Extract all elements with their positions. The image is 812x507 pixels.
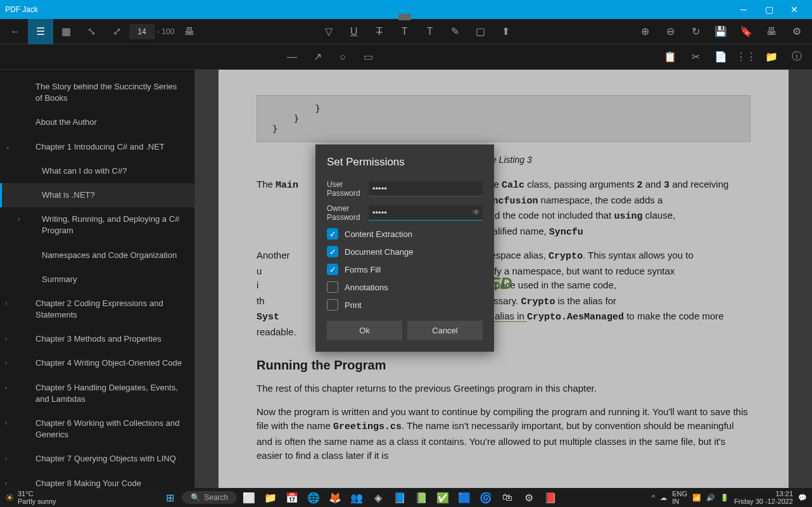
sidebar-item[interactable]: What can I do with C#? (0, 159, 194, 183)
user-password-input[interactable] (369, 181, 483, 196)
cut-button[interactable]: ✂ (683, 44, 708, 70)
print-checkbox[interactable] (327, 299, 338, 311)
print-button-2[interactable]: 🖶 (759, 19, 784, 44)
store-icon[interactable]: 🛍 (498, 489, 517, 506)
onedrive-icon[interactable]: ☁ (660, 494, 667, 502)
wifi-icon[interactable]: 📶 (692, 494, 701, 502)
note-tool[interactable]: ▢ (468, 19, 493, 44)
bookmark-button[interactable]: 🔖 (733, 19, 759, 44)
checkbox-row[interactable]: ✓Forms Fill (327, 264, 483, 275)
fit-page-button[interactable]: ⤢ (104, 19, 129, 44)
sidebar-item[interactable]: Summary (0, 267, 194, 292)
text-tool[interactable]: T (417, 19, 443, 44)
sidebar-item[interactable]: ›Chapter 5 Handling Delegates, Events, a… (0, 376, 194, 411)
page-number-input[interactable] (129, 24, 155, 39)
circle-tool[interactable]: ○ (330, 44, 355, 70)
todo-icon[interactable]: ✅ (433, 489, 452, 506)
maximize-button[interactable]: ▢ (756, 0, 782, 19)
save-button[interactable]: 💾 (708, 19, 733, 44)
fit-width-button[interactable]: ⤡ (79, 19, 104, 44)
battery-icon[interactable]: 🔋 (720, 494, 729, 502)
settings-icon[interactable]: ⚙ (519, 489, 538, 506)
forms-fill-checkbox[interactable]: ✓ (327, 264, 338, 275)
clock[interactable]: 13:21 Friday 30 -12-2022 (734, 490, 793, 505)
ink-tool[interactable]: ✎ (443, 19, 468, 44)
toolbar-main: ← ☰ ▦ ⤡ ⤢ - 100 🖶 ▽ U T̶ T T ✎ ▢ ⬆ ⊕ ⊖ ↻… (0, 19, 812, 44)
chrome-icon[interactable]: 🌐 (304, 489, 323, 506)
edge-icon[interactable]: 🌀 (476, 489, 495, 506)
search-box[interactable]: 🔍Search (182, 491, 237, 504)
info-button[interactable]: ⓘ (784, 44, 809, 70)
sidebar-item[interactable]: Namespaces and Code Organization (0, 243, 194, 267)
checkbox-row[interactable]: Print (327, 299, 483, 311)
arrow-tool[interactable]: ↗ (305, 44, 330, 70)
explorer-icon[interactable]: 📁 (261, 489, 280, 506)
checkbox-row[interactable]: Annotations (327, 281, 483, 293)
line-tool[interactable]: — (279, 44, 305, 70)
firefox-icon[interactable]: 🦊 (326, 489, 345, 506)
system-tray[interactable]: ^ ☁ ENGIN 📶 🔊 🔋 13:21 Friday 30 -12-2022… (652, 490, 807, 505)
more-button[interactable]: ⋮⋮ (733, 44, 759, 70)
cancel-button[interactable]: Cancel (407, 321, 483, 340)
sidebar-item[interactable]: ›Chapter 3 Methods and Properties (0, 327, 194, 351)
notifications-icon[interactable]: 💬 (798, 494, 807, 502)
content-extraction-checkbox[interactable]: ✓ (327, 228, 338, 240)
sidebar-item[interactable]: ⌄Chapter 1 Introducing C# and .NET (0, 135, 194, 159)
chevron-right-icon: › (5, 479, 7, 488)
sidebar-item[interactable]: ›Chapter 6 Working with Collections and … (0, 411, 194, 447)
outline-toggle-button[interactable]: ☰ (28, 19, 53, 44)
checkbox-row[interactable]: ✓Content Extraction (327, 228, 483, 240)
taskbar: ☀ 31°C Partly sunny ⊞ 🔍Search ⬜ 📁 📅 🌐 🦊 … (0, 488, 812, 507)
stamp-tool[interactable]: ⬆ (493, 19, 519, 44)
sidebar-item[interactable]: ›Writing, Running, and Deploying a C# Pr… (0, 207, 194, 243)
sidebar-item[interactable]: ›Chapter 4 Writing Object-Oriented Code (0, 351, 194, 375)
pdf-icon[interactable]: 📕 (541, 489, 560, 506)
chevron-right-icon: › (5, 359, 7, 368)
vs-icon[interactable]: ◈ (369, 489, 388, 506)
paste-button[interactable]: 📄 (708, 44, 733, 70)
folder-button[interactable]: 📁 (759, 44, 784, 70)
chevron-up-icon[interactable]: ^ (652, 494, 655, 501)
sidebar-item[interactable]: ›Chapter 8 Making Your Code (0, 472, 194, 488)
vscode-icon[interactable]: 🟦 (455, 489, 474, 506)
eye-icon[interactable]: 👁 (473, 208, 480, 217)
minimize-button[interactable]: ─ (731, 0, 756, 19)
sidebar-item[interactable]: The Story behind the Succinctly Series o… (0, 75, 194, 110)
document-change-checkbox[interactable]: ✓ (327, 246, 338, 257)
copy-button[interactable]: 📋 (657, 44, 683, 70)
sidebar-item[interactable]: ›Chapter 7 Querying Objects with LINQ (0, 447, 194, 471)
word-icon[interactable]: 📘 (390, 489, 409, 506)
annotations-checkbox[interactable] (327, 281, 338, 293)
weather-widget[interactable]: ☀ 31°C Partly sunny (5, 490, 69, 505)
zoom-in-button[interactable]: ⊕ (632, 19, 657, 44)
search-icon: 🔍 (191, 493, 200, 502)
strikethrough-tool[interactable]: T̶ (367, 19, 392, 44)
rotate-button[interactable]: ↻ (683, 19, 708, 44)
start-button[interactable]: ⊞ (160, 489, 179, 506)
paragraph: The rest of this chapter returns to the … (257, 382, 751, 396)
document-viewport[interactable]: } } } Code Listing 3 The Main thod of th… (195, 70, 812, 488)
underline-tool[interactable]: U (341, 19, 367, 44)
thumbnails-button[interactable]: ▦ (53, 19, 79, 44)
sidebar-item-active[interactable]: What is .NET? (0, 183, 194, 207)
checkbox-row[interactable]: ✓Document Change (327, 246, 483, 257)
heading: Running the Program (257, 358, 751, 373)
back-button[interactable]: ← (3, 19, 28, 44)
settings-button[interactable]: ⚙ (784, 19, 809, 44)
owner-password-input[interactable] (369, 205, 483, 221)
sidebar-item[interactable]: ›Chapter 2 Coding Expressions and Statem… (0, 292, 194, 327)
squiggly-tool[interactable]: T (392, 19, 417, 44)
rectangle-tool[interactable]: ▭ (355, 44, 381, 70)
ok-button[interactable]: Ok (327, 321, 402, 340)
teams-icon[interactable]: 👥 (347, 489, 366, 506)
zoom-out-button[interactable]: ⊖ (657, 19, 683, 44)
outline-sidebar[interactable]: The Story behind the Succinctly Series o… (0, 70, 195, 488)
volume-icon[interactable]: 🔊 (706, 494, 715, 502)
close-button[interactable]: ✕ (782, 0, 807, 19)
calendar-icon[interactable]: 📅 (282, 489, 301, 506)
sidebar-item[interactable]: About the Author (0, 110, 194, 134)
print-button[interactable]: 🖶 (177, 19, 202, 44)
task-view-icon[interactable]: ⬜ (239, 489, 258, 506)
highlight-tool[interactable]: ▽ (316, 19, 341, 44)
excel-icon[interactable]: 📗 (412, 489, 431, 506)
